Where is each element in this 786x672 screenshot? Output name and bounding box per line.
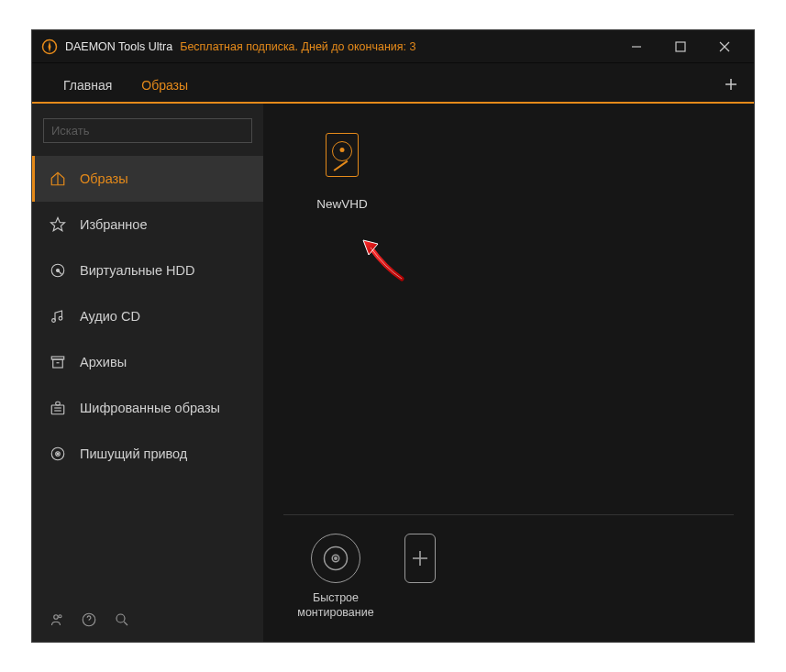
settings-icon[interactable] [47, 611, 65, 629]
svg-point-12 [52, 319, 56, 323]
svg-rect-17 [51, 405, 64, 414]
help-icon[interactable] [80, 611, 98, 629]
titlebar: DAEMON Tools Ultra Бесплатная подписка. … [32, 30, 754, 63]
home-icon [49, 170, 67, 188]
tabbar: Главная Образы [32, 63, 754, 104]
music-icon [49, 307, 67, 325]
file-grid: NewVHD [283, 124, 734, 514]
sidebar-item-encrypted[interactable]: Шифрованные образы [32, 385, 263, 431]
trial-text: Бесплатная подписка. Дней до окончания: … [180, 40, 415, 53]
app-title: DAEMON Tools Ultra [65, 40, 172, 53]
quick-mount-button[interactable]: Быстрое монтирование [285, 534, 386, 621]
svg-rect-20 [56, 402, 61, 405]
file-item-newvhd[interactable]: NewVHD [296, 133, 388, 211]
quick-mount-label-2: монтирование [297, 605, 373, 620]
sidebar-item-archives[interactable]: Архивы [32, 339, 263, 385]
sidebar-item-label: Пишущий привод [80, 446, 187, 461]
svg-point-31 [335, 556, 338, 559]
sidebar-item-label: Виртуальные HDD [80, 263, 194, 278]
svg-point-23 [57, 453, 59, 455]
svg-point-27 [116, 614, 125, 622]
sidebar-nav: Образы Избранное Виртуальные HDD [32, 156, 263, 477]
window-controls [624, 34, 745, 60]
file-label: NewVHD [316, 197, 368, 211]
sidebar: Образы Избранное Виртуальные HDD [32, 104, 263, 642]
archive-icon [49, 353, 67, 371]
sidebar-item-label: Образы [80, 171, 128, 186]
star-icon [49, 215, 67, 234]
svg-point-13 [59, 316, 62, 320]
body: Образы Избранное Виртуальные HDD [32, 104, 754, 642]
sidebar-item-burn[interactable]: Пишущий привод [32, 431, 263, 477]
svg-marker-8 [51, 218, 65, 231]
svg-line-11 [58, 270, 62, 275]
close-button[interactable] [712, 34, 737, 60]
tab-main[interactable]: Главная [49, 69, 127, 102]
sidebar-footer [32, 598, 263, 642]
sidebar-item-label: Архивы [80, 355, 127, 369]
disc-burn-icon [49, 445, 67, 463]
svg-line-28 [124, 622, 127, 625]
hdd-icon [49, 261, 67, 280]
sidebar-item-audio-cd[interactable]: Аудио CD [32, 293, 263, 339]
svg-point-25 [59, 615, 61, 618]
minimize-button[interactable] [624, 34, 649, 60]
vhd-file-icon [326, 133, 359, 177]
bottom-panel: Быстрое монтирование [283, 514, 734, 622]
sidebar-item-label: Избранное [80, 217, 147, 232]
search-icon[interactable] [113, 611, 131, 629]
lock-icon [49, 399, 67, 417]
sidebar-item-virtual-hdd[interactable]: Виртуальные HDD [32, 248, 263, 293]
quick-mount-label-1: Быстрое [313, 590, 359, 605]
sidebar-item-label: Шифрованные образы [80, 401, 220, 415]
app-icon [41, 39, 58, 55]
sidebar-item-images[interactable]: Образы [32, 156, 263, 202]
sidebar-item-favorites[interactable]: Избранное [32, 202, 263, 248]
svg-point-24 [54, 615, 59, 620]
search-input[interactable] [43, 118, 252, 143]
add-tab-button[interactable] [715, 71, 747, 102]
search-wrap [32, 104, 263, 156]
sidebar-item-label: Аудио CD [80, 309, 140, 324]
main-panel: NewVHD Быстрое монтирование [263, 104, 754, 642]
app-window: DAEMON Tools Ultra Бесплатная подписка. … [31, 29, 755, 643]
tab-images[interactable]: Образы [127, 69, 203, 102]
svg-rect-15 [53, 359, 63, 368]
disc-icon [311, 534, 360, 583]
maximize-button[interactable] [668, 34, 693, 60]
add-device-button[interactable] [404, 534, 436, 583]
svg-rect-2 [676, 42, 685, 51]
